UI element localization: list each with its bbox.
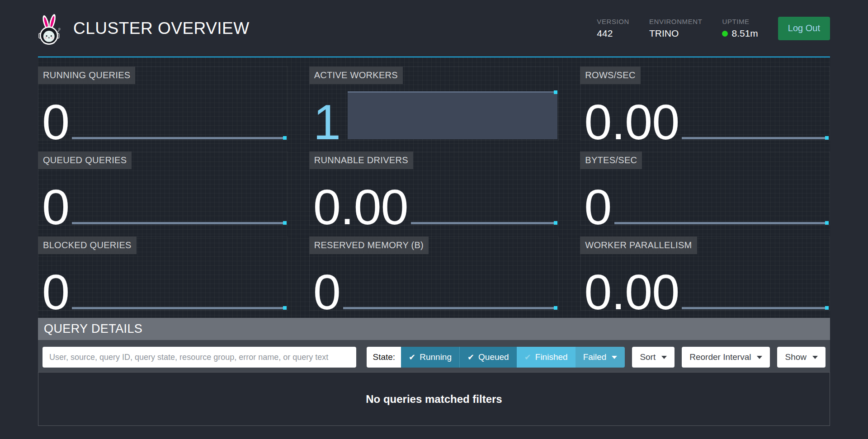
stat-value: 0 [313,274,340,310]
uptime-value: 8.51m [731,28,758,39]
state-filter-failed-dropdown[interactable]: Failed [576,347,625,368]
uptime-label: UPTIME [722,18,758,25]
stat-card-queued-queries: QUEUED QUERIES 0 [38,151,288,226]
stat-label: BYTES/SEC [580,151,642,169]
chevron-down-icon [612,356,617,359]
stat-value: 0 [42,104,69,140]
state-filter-finished[interactable]: ✔ Finished [517,347,576,368]
stat-value: 0 [584,189,611,225]
chevron-down-icon [812,356,818,359]
query-details-title: QUERY DETAILS [44,322,142,336]
sparkline-chart [72,222,286,224]
version-block: VERSION 442 [597,18,629,39]
stat-value: 0.00 [584,104,679,140]
logout-button[interactable]: Log Out [778,17,830,40]
sparkline-chart [682,307,829,309]
stat-value: 0.00 [584,274,679,310]
empty-state-message: No queries matched filters [366,393,502,406]
stat-card-bytes-sec: BYTES/SEC 0 [580,151,830,226]
stat-card-active-workers: ACTIVE WORKERS 1 [309,66,559,141]
check-icon: ✔ [467,352,474,362]
chevron-down-icon [661,356,667,359]
stat-card-blocked-queries: BLOCKED QUERIES 0 [38,236,288,311]
stat-card-rows-sec: ROWS/SEC 0.00 [580,66,830,141]
sparkline-chart [72,137,286,139]
sparkline-chart [411,222,558,224]
header: CLUSTER OVERVIEW VERSION 442 ENVIRONMENT… [38,0,830,57]
state-filter-label: State: [367,347,401,368]
trino-bunny-logo [38,13,61,46]
stat-card-worker-parallelism: WORKER PARALLELISM 0.00 [580,236,830,311]
show-dropdown-button[interactable]: Show [777,347,826,368]
state-filter-running[interactable]: ✔ Running [401,347,459,368]
query-details-toolbar: State: ✔ Running ✔ Queued ✔ Finished Fai… [38,340,830,372]
stat-label: RUNNING QUERIES [38,66,135,84]
query-search-input[interactable] [42,347,356,368]
stat-label: RUNNABLE DRIVERS [309,151,413,169]
stat-label: QUEUED QUERIES [38,151,132,169]
reorder-interval-dropdown-button[interactable]: Reorder Interval [682,347,770,368]
environment-block: ENVIRONMENT TRINO [649,18,702,39]
check-icon: ✔ [524,352,531,362]
check-icon: ✔ [409,352,415,362]
page: CLUSTER OVERVIEW VERSION 442 ENVIRONMENT… [0,0,868,426]
chevron-down-icon [757,356,762,359]
version-label: VERSION [597,18,629,25]
query-details-header: QUERY DETAILS [38,318,830,340]
stat-label: WORKER PARALLELISM [580,236,697,254]
sort-dropdown-button[interactable]: Sort [632,347,675,368]
stat-label: RESERVED MEMORY (B) [309,236,429,254]
stat-card-runnable-drivers: RUNNABLE DRIVERS 0.00 [309,151,559,226]
stat-label: ACTIVE WORKERS [309,66,403,84]
stat-value: 0 [42,274,69,310]
stat-value: 0 [42,189,69,225]
uptime-status-dot [722,31,728,37]
uptime-block: UPTIME 8.51m [722,18,758,39]
environment-value: TRINO [649,28,702,39]
sparkline-chart [682,137,829,139]
sparkline-chart [343,307,557,309]
stat-card-reserved-memory: RESERVED MEMORY (B) 0 [309,236,559,311]
stat-value: 0.00 [313,189,408,225]
environment-label: ENVIRONMENT [649,18,702,25]
state-filter-queued[interactable]: ✔ Queued [459,347,517,368]
sparkline-area-chart [348,91,557,139]
page-title: CLUSTER OVERVIEW [73,19,250,38]
cluster-stats-grid: RUNNING QUERIES 0 ACTIVE WORKERS 1 ROWS/… [38,57,830,318]
sparkline-chart [72,307,286,309]
stat-label: BLOCKED QUERIES [38,236,137,254]
stat-label: ROWS/SEC [580,66,640,84]
version-value: 442 [597,28,629,39]
state-filter-group: State: ✔ Running ✔ Queued ✔ Finished Fai… [367,347,625,368]
header-meta: VERSION 442 ENVIRONMENT TRINO UPTIME 8.5… [597,17,830,40]
query-list-panel: No queries matched filters [38,372,830,426]
stat-value: 1 [313,104,340,140]
stat-card-running-queries: RUNNING QUERIES 0 [38,66,288,141]
sparkline-chart [614,222,829,224]
